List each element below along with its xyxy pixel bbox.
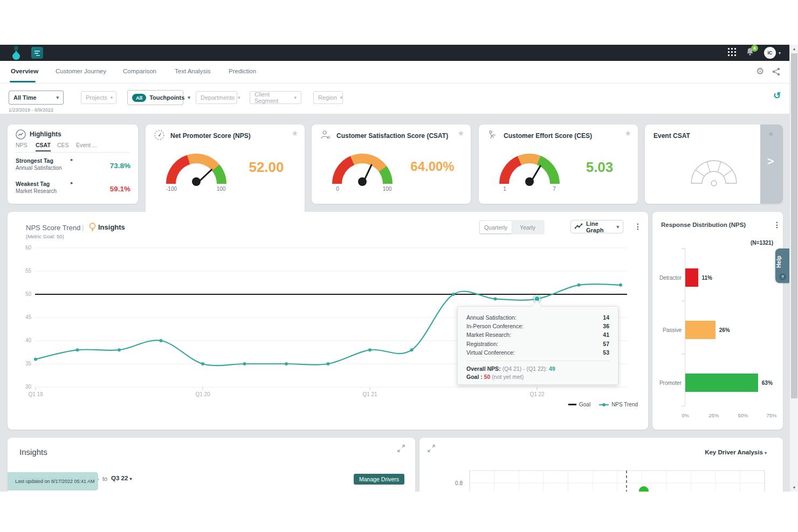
axis-tick xyxy=(682,354,685,354)
expand-icon[interactable] xyxy=(397,444,405,455)
data-point[interactable] xyxy=(410,348,414,351)
data-point[interactable] xyxy=(368,348,372,351)
gauge-max-label: 100 xyxy=(210,186,232,192)
carousel-next-chevron[interactable]: > xyxy=(767,155,774,168)
data-point[interactable] xyxy=(327,362,330,365)
data-point[interactable] xyxy=(577,284,581,287)
weakest-tag-value: 59.1% xyxy=(110,185,130,193)
chevron-down-icon: ▾ xyxy=(238,95,240,100)
scroll-down-arrow[interactable]: ▼ xyxy=(790,483,798,492)
tab-prediction[interactable]: Prediction xyxy=(229,68,256,74)
highlights-tab-csat[interactable]: CSAT xyxy=(36,142,51,151)
share-icon[interactable] xyxy=(772,67,780,78)
vertical-scrollbar[interactable]: ▲ ▼ xyxy=(789,45,798,492)
settings-gear-icon[interactable]: ⚙ xyxy=(756,66,764,77)
favorite-star-icon[interactable]: ★ xyxy=(624,129,631,137)
driver-point xyxy=(639,486,649,492)
ces-kpi-card[interactable]: Customer Effort Score (CES) ★ 1 7 5.03 xyxy=(479,125,638,204)
csat-kpi-card[interactable]: Customer Satisfaction Score (CSAT) ★ 0 1… xyxy=(312,125,471,204)
legend-nps-trend[interactable]: NPS Trend xyxy=(599,402,638,407)
y-tick-label: 40 xyxy=(25,337,32,343)
data-point[interactable] xyxy=(452,293,455,296)
y-tick-label: 35 xyxy=(25,361,32,367)
apps-grid-icon[interactable] xyxy=(728,48,736,58)
data-point[interactable] xyxy=(201,362,204,365)
departments-dropdown[interactable]: Departments ▾ xyxy=(196,91,237,104)
refresh-icon[interactable]: ↺ xyxy=(773,90,781,101)
chevron-down-icon: ▾ xyxy=(340,95,343,100)
data-point[interactable] xyxy=(285,362,288,365)
to-word: to xyxy=(102,475,107,482)
y-tick-label: 50 xyxy=(25,291,32,297)
y-tick-label: 0.8 xyxy=(455,480,463,486)
brand-logo-icon[interactable] xyxy=(11,46,22,62)
y-tick-label: 30 xyxy=(25,384,32,390)
data-point[interactable] xyxy=(494,298,497,301)
to-period-dropdown[interactable]: Q3 22 ▾ xyxy=(111,475,132,481)
projects-dropdown[interactable]: Projects ▾ xyxy=(81,91,116,104)
promoter-bar[interactable] xyxy=(685,374,758,392)
axis-tick xyxy=(682,406,685,406)
user-menu[interactable]: IC ▾ xyxy=(764,47,781,59)
active-tab-underline xyxy=(10,81,36,82)
departments-label: Departments xyxy=(201,94,235,101)
event-csat-card[interactable]: Event CSAT ★ > xyxy=(645,125,783,204)
highlights-tab-nps[interactable]: NPS xyxy=(16,142,27,150)
nps-value: 52.00 xyxy=(236,159,297,176)
detractor-bar[interactable] xyxy=(685,268,698,287)
caret-right-icon[interactable]: ▸ xyxy=(71,157,73,162)
avatar[interactable]: IC xyxy=(764,47,776,59)
legend-label: Goal xyxy=(579,402,590,407)
highlights-tab-ces[interactable]: CES xyxy=(57,142,69,150)
placeholder-gauge-icon xyxy=(687,154,741,189)
sample-size-label: (N=1321) xyxy=(751,240,773,246)
chevron-down-icon: ▾ xyxy=(111,95,113,100)
gauge-max-label: 100 xyxy=(376,186,398,192)
tab-text-analysis[interactable]: Text Analysis xyxy=(175,68,210,74)
x-tick-label: Q1 21 xyxy=(362,391,377,397)
tooltip-label: In-Person Conference: xyxy=(466,322,524,330)
y-tick-label: 60 xyxy=(25,245,32,251)
client-segment-dropdown[interactable]: Client Segment ▾ xyxy=(250,91,301,104)
legend-goal[interactable]: Goal xyxy=(568,402,590,407)
insights-panel: Insights Displaying Data from Q1 19 ▾ to… xyxy=(8,438,415,492)
data-point[interactable] xyxy=(160,339,163,342)
tab-comparison[interactable]: Comparison xyxy=(123,68,156,74)
data-point[interactable] xyxy=(619,284,622,287)
bar-value-label: 26% xyxy=(719,327,730,333)
bar-value-label: 63% xyxy=(762,380,773,386)
passive-bar[interactable] xyxy=(685,321,716,339)
notifications-bell-icon[interactable]: 8 xyxy=(746,47,754,59)
region-dropdown[interactable]: Region ▾ xyxy=(313,91,343,104)
data-point[interactable] xyxy=(34,357,37,361)
favorite-star-icon[interactable]: ★ xyxy=(291,129,298,137)
tab-overview[interactable]: Overview xyxy=(11,68,38,74)
scrollbar-thumb[interactable] xyxy=(791,53,797,398)
tooltip-label: Virtual Conference: xyxy=(466,348,515,357)
caret-right-icon[interactable]: ▸ xyxy=(71,180,73,185)
response-menu-kebab-icon[interactable]: ⋮ xyxy=(773,221,781,229)
person-star-icon xyxy=(320,130,331,143)
help-tab[interactable]: Help ? xyxy=(775,248,789,283)
client-segment-label: Client Segment xyxy=(254,91,291,104)
time-range-dropdown[interactable]: All Time ▾ xyxy=(9,91,64,105)
touchpoints-all-badge: All xyxy=(132,94,146,102)
app-menu-icon[interactable] xyxy=(31,47,43,59)
nps-kpi-card[interactable]: Net Promoter Score (NPS) ★ -100 100 52.0… xyxy=(146,125,305,214)
key-driver-chart: 0.8 xyxy=(419,438,783,492)
touchpoints-dropdown[interactable]: All Touchpoints ▾ xyxy=(127,90,183,105)
insights-title: Insights xyxy=(19,447,47,457)
overall-nps-label: Overall NPS: xyxy=(466,365,501,372)
highlights-tab-event[interactable]: Event ... xyxy=(76,142,97,150)
data-point[interactable] xyxy=(243,362,246,365)
tab-customer-journey[interactable]: Customer Journey xyxy=(56,68,106,74)
data-point[interactable] xyxy=(76,348,79,351)
viewport-cutoff xyxy=(0,492,798,532)
manage-drivers-button[interactable]: Manage Drivers xyxy=(354,474,404,485)
tooltip-value: 14 xyxy=(603,313,609,322)
time-range-value: All Time xyxy=(13,94,37,101)
scroll-up-arrow[interactable]: ▲ xyxy=(790,45,798,53)
data-point[interactable] xyxy=(118,348,121,351)
favorite-star-icon[interactable]: ★ xyxy=(457,129,464,137)
user-menu-caret-icon: ▾ xyxy=(779,51,781,56)
